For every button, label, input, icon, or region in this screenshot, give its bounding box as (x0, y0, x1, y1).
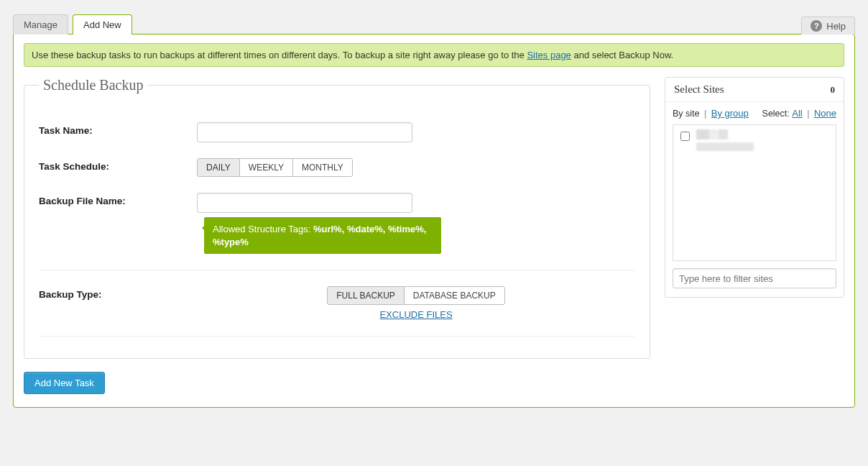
backup-type-group: FULL BACKUP DATABASE BACKUP (327, 286, 505, 305)
add-new-task-button[interactable]: Add New Task (24, 372, 105, 394)
select-all-link[interactable]: All (792, 108, 802, 119)
backup-filename-input[interactable] (197, 193, 412, 213)
site-checkbox[interactable] (680, 132, 690, 141)
by-site-label: By site (673, 109, 700, 119)
schedule-backup-fieldset: Schedule Backup Task Name: Task Schedule… (24, 77, 650, 359)
backup-filename-label: Backup File Name: (39, 193, 197, 206)
fieldset-legend: Schedule Backup (39, 77, 147, 93)
sites-list[interactable] (673, 124, 836, 261)
filter-sites-input[interactable] (673, 268, 836, 288)
separator (39, 270, 635, 270)
schedule-daily[interactable]: DAILY (198, 159, 239, 176)
schedule-frequency-group: DAILY WEEKLY MONTHLY (197, 158, 353, 177)
backup-type-label: Backup Type: (39, 286, 197, 300)
list-item[interactable] (678, 129, 831, 151)
select-none-link[interactable]: None (814, 108, 836, 119)
select-sites-box: Select Sites 0 By site | By group Select… (665, 77, 844, 298)
main-panel: Use these backup tasks to run backups at… (13, 34, 855, 408)
filename-tags-tooltip: Allowed Structure Tags: %url%, %date%, %… (204, 217, 441, 254)
task-name-input[interactable] (197, 122, 412, 142)
info-notice: Use these backup tasks to run backups at… (24, 43, 844, 67)
tab-add-new[interactable]: Add New (73, 14, 132, 35)
task-name-label: Task Name: (39, 122, 197, 136)
select-label: Select: (762, 109, 790, 119)
site-thumb (696, 129, 728, 140)
tooltip-lead: Allowed Structure Tags: (213, 224, 313, 234)
backup-type-full[interactable]: FULL BACKUP (328, 287, 404, 304)
exclude-files-link[interactable]: EXCLUDE FILES (379, 309, 452, 320)
notice-text-pre: Use these backup tasks to run backups at… (32, 50, 527, 60)
task-schedule-label: Task Schedule: (39, 158, 197, 172)
help-button[interactable]: ? Help (801, 17, 855, 35)
backup-type-database[interactable]: DATABASE BACKUP (404, 287, 504, 304)
sites-select-switch: Select: All | None (762, 108, 836, 119)
notice-text-post: and select Backup Now. (571, 50, 673, 60)
sites-page-link[interactable]: Sites page (527, 50, 571, 60)
by-group-link[interactable]: By group (711, 108, 749, 119)
site-name (696, 142, 754, 151)
schedule-weekly[interactable]: WEEKLY (239, 159, 292, 176)
tab-bar: Manage Add New (13, 14, 132, 35)
select-sites-count: 0 (831, 84, 836, 96)
help-icon: ? (811, 20, 822, 32)
select-sites-title: Select Sites (674, 83, 724, 96)
help-label: Help (826, 21, 846, 32)
separator-2 (39, 336, 635, 337)
sites-view-switch: By site | By group (673, 108, 749, 119)
tab-manage[interactable]: Manage (13, 14, 68, 35)
schedule-monthly[interactable]: MONTHLY (292, 159, 352, 176)
